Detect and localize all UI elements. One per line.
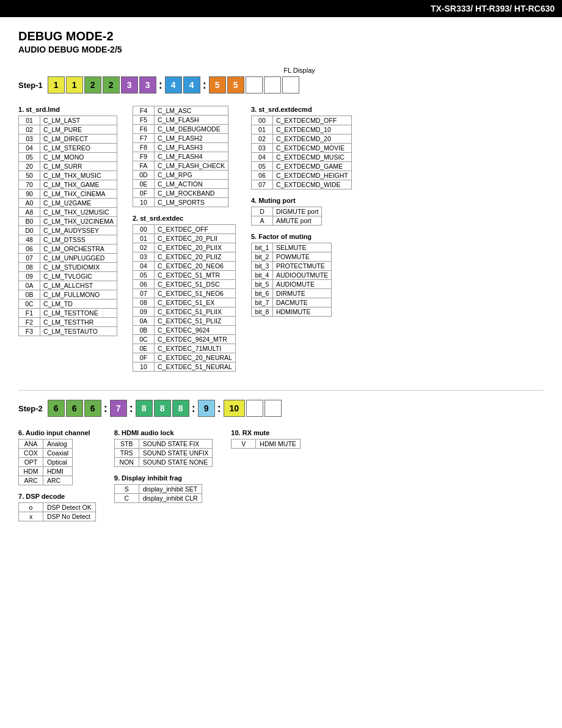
table-row: xDSP No Detect — [19, 512, 96, 521]
table-row: F6C_LM_DEBUGMODE — [133, 125, 228, 134]
table-cell-code: FA — [133, 161, 154, 171]
table-cell-value: C_LM_SURR — [40, 162, 117, 171]
table-cell-code: 02 — [251, 134, 272, 144]
section1-table: 01C_LM_LAST02C_LM_PURE03C_LM_DIRECT04C_L… — [18, 116, 117, 336]
table-cell-code: F5 — [133, 116, 154, 125]
sep-2: : — [202, 79, 208, 92]
table-cell-value: C_EXTDECMD_WIDE — [272, 180, 351, 189]
table-cell-value: SOUND STATE NONE — [139, 458, 213, 467]
table-row: 0BC_EXTDEC_9624 — [133, 326, 235, 335]
table-cell-value: PROTECTMUTE — [272, 262, 331, 271]
table-cell-code: 00 — [251, 116, 272, 125]
table-row: 06C_EXTDECMD_HEIGHT — [251, 171, 351, 180]
table-cell-code: o — [19, 503, 43, 512]
table-cell-code: bit_2 — [251, 252, 272, 262]
table-row: 01C_EXTDECMD_10 — [251, 125, 351, 134]
table-row: A8C_LM_THX_U2MUSIC — [19, 208, 117, 217]
table-cell-value: C_LM_TESTTHR — [40, 318, 117, 327]
table-cell-value: C_EXTDECMD_MOVIE — [272, 144, 351, 153]
table-cell-code: 07 — [19, 254, 40, 263]
cell-4-2: 4 — [183, 76, 200, 94]
step1-label: Step-1 — [18, 81, 43, 90]
table-row: 00C_EXTDEC_OFF — [133, 225, 235, 234]
cell-2-1: 2 — [84, 76, 101, 94]
table-cell-value: C_LM_DIRECT — [40, 134, 117, 144]
table-cell-code: 06 — [251, 171, 272, 180]
table-row: 0CC_EXTDEC_9624_MTR — [133, 335, 235, 344]
table-row: STBSOUND STATE FIX — [114, 439, 213, 449]
cell-1-1: 1 — [48, 76, 65, 94]
table-cell-code: 07 — [133, 289, 154, 298]
table-cell-value: C_LM_TESTAUTO — [40, 327, 117, 336]
table-cell-code: 0F — [133, 189, 154, 198]
table-cell-code: C — [114, 494, 139, 503]
table-cell-value: POWMUTE — [272, 252, 331, 262]
section4-title: 4. Muting port — [251, 197, 352, 204]
table-cell-code: F3 — [19, 327, 40, 336]
table-row: 70C_LM_THX_GAME — [19, 180, 117, 189]
table-row: DDIGMUTE port — [251, 207, 321, 216]
step1-cells: 1 1 2 2 3 3 : 4 4 : 5 5 — [48, 76, 299, 94]
table-row: F4C_LM_ASC — [133, 106, 228, 116]
table-cell-code: 0B — [19, 290, 40, 300]
table-row: 0CC_LM_TD — [19, 300, 117, 309]
cell-5-2: 5 — [227, 76, 244, 94]
table-cell-code: 0A — [133, 317, 154, 326]
table-row: 08C_LM_STUDIOMIX — [19, 263, 117, 272]
table-cell-value: C_LM_ORCHESTRA — [40, 245, 117, 254]
section1-title: 1. st_srd.lmd — [18, 106, 117, 113]
table-row: HDMHDMI — [19, 467, 73, 476]
table-cell-value: C_EXTDEC_20_PLII — [154, 234, 235, 243]
table-cell-code: 09 — [133, 307, 154, 317]
table-cell-code: 02 — [133, 243, 154, 252]
header-title: TX-SR333/ HT-R393/ HT-RC630 — [431, 4, 555, 13]
table-cell-value: C_EXTDEC_20_NEO6 — [154, 262, 235, 271]
table-cell-code: 03 — [133, 252, 154, 262]
table-cell-code: 04 — [19, 144, 40, 153]
table-row: ARCARC — [19, 476, 73, 485]
section1-col: 1. st_srd.lmd 01C_LM_LAST02C_LM_PURE03C_… — [18, 106, 117, 372]
table-row: 03C_LM_DIRECT — [19, 134, 117, 144]
table-cell-code: 01 — [19, 116, 40, 125]
table-cell-value: C_EXTDEC_20_PLIIZ — [154, 252, 235, 262]
cell-empty-5 — [265, 400, 282, 417]
table-cell-code: 05 — [19, 153, 40, 162]
table-cell-value: C_EXTDEC_20_PLIIX — [154, 243, 235, 252]
table-row: bit_3PROTECTMUTE — [251, 262, 331, 271]
cell-empty-4 — [246, 400, 263, 417]
section1b-table: F4C_LM_ASCF5C_LM_FLASHF6C_LM_DEBUGMODEF7… — [133, 106, 228, 207]
table-row: FAC_LM_FLASH_CHECK — [133, 161, 228, 171]
table-cell-code: A0 — [19, 199, 40, 208]
table-cell-value: C_EXTDECMD_MUSIC — [272, 153, 351, 162]
cell-8-3: 8 — [172, 400, 189, 417]
table-cell-value: C_LM_THX_CINEMA — [40, 189, 117, 199]
table-cell-code: 0C — [19, 300, 40, 309]
table-cell-value: ARC — [43, 476, 73, 485]
table-row: D0C_LM_AUDYSSEY — [19, 226, 117, 235]
table-cell-code: ARC — [19, 476, 43, 485]
table-cell-value: C_LM_PURE — [40, 125, 117, 134]
section6-table: ANAAnalogCOXCoaxialOPTOpticalHDMHDMIARCA… — [18, 439, 73, 485]
step2-row: Step-2 6 6 6 : 7 : 8 8 8 : 9 : 10 — [18, 400, 544, 417]
table-cell-code: 70 — [19, 180, 40, 189]
section8-table: STBSOUND STATE FIXTRSSOUND STATE UNFIXNO… — [114, 439, 213, 467]
table-row: bit_4AUDIOOUTMUTE — [251, 271, 331, 280]
table-row: 00C_EXTDECMD_OFF — [251, 116, 351, 125]
table-row: ANAAnalog — [19, 439, 73, 449]
table-cell-code: 01 — [251, 125, 272, 134]
table-cell-code: 48 — [19, 235, 40, 245]
table-cell-value: C_LM_ASC — [154, 106, 228, 116]
table-row: 04C_LM_STEREO — [19, 144, 117, 153]
table-cell-code: 10 — [133, 362, 154, 372]
cell-4-1: 4 — [165, 76, 182, 94]
table-cell-code: D — [251, 207, 272, 216]
table-cell-code: STB — [114, 439, 139, 449]
table-row: bit_8HDMIMUTE — [251, 307, 331, 317]
table-row: F2C_LM_TESTTHR — [19, 318, 117, 327]
section10-title: 10. RX mute — [231, 429, 301, 436]
table-row: 05C_LM_MONO — [19, 153, 117, 162]
cell-3-1: 3 — [121, 76, 138, 94]
table-row: 0BC_LM_FULLMONO — [19, 290, 117, 300]
table-row: 0EC_LM_ACTION — [133, 180, 228, 189]
table-row: 10C_EXTDEC_51_NEURAL — [133, 362, 235, 372]
